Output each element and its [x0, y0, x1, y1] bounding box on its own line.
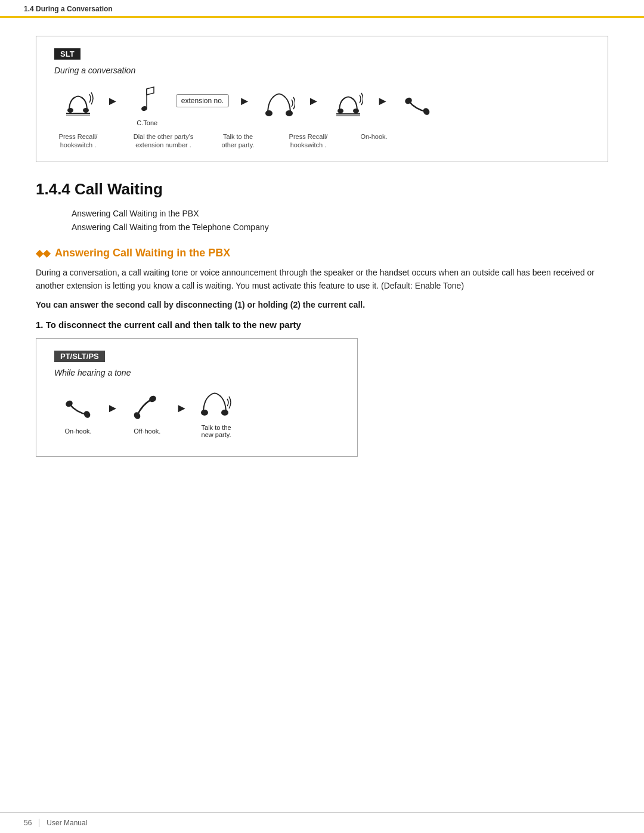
- talk-new-icon: [199, 388, 234, 422]
- footer-page-number: 56: [24, 819, 32, 827]
- offhook-pt-icon: [134, 392, 161, 425]
- header-bar: 1.4 During a Conversation: [0, 0, 644, 18]
- slt-tag: SLT: [54, 48, 80, 60]
- svg-point-2: [67, 108, 73, 113]
- step-press-recall-2: [324, 89, 372, 123]
- caption-dial-ext: Dial the other party'sextension number .: [125, 132, 202, 150]
- svg-point-15: [83, 410, 92, 419]
- svg-point-6: [265, 110, 273, 116]
- slt-subheading: During a conversation: [54, 66, 590, 75]
- step-onhook: [394, 89, 441, 123]
- main-content: SLT During a conversation: [0, 18, 644, 498]
- caption-onhook: On-hook.: [350, 132, 398, 141]
- arrow-3: ►: [308, 94, 320, 108]
- arrow-2: ►: [239, 94, 250, 108]
- arrow-1: ►: [107, 94, 119, 108]
- header-section-label: 1.4 During a Conversation: [24, 5, 620, 16]
- caption-press-recall: Press Recall/hookswitch .: [54, 132, 102, 150]
- pt-slt-ps-tag: PT/SLT/PS: [54, 351, 105, 362]
- subsection-pbx-title: Answering Call Waiting in the PBX: [55, 247, 230, 259]
- toc-list: Answering Call Waiting in the PBX Answer…: [72, 207, 608, 236]
- pt-slt-ps-diagram-box: PT/SLT/PS While hearing a tone On-hook. …: [36, 338, 358, 457]
- svg-point-13: [422, 107, 431, 116]
- onhook-pt-icon: [64, 392, 92, 425]
- step-talk-other: [255, 89, 303, 123]
- press-recall-2-icon: [333, 89, 363, 122]
- footer-separator: [39, 819, 39, 827]
- svg-point-17: [148, 395, 157, 404]
- toc-item-1: Answering Call Waiting in the PBX: [72, 207, 608, 221]
- arrow-pt-1: ►: [107, 401, 119, 415]
- talk-new-label: Talk to thenew party.: [202, 424, 231, 438]
- numbered-heading-number: 1.: [36, 320, 44, 330]
- footer-manual-label: User Manual: [47, 819, 87, 827]
- offhook-pt-label: Off-hook.: [134, 428, 160, 435]
- pt-slt-ps-subheading: While hearing a tone: [54, 368, 339, 377]
- svg-point-10: [338, 109, 343, 113]
- svg-point-3: [83, 108, 89, 113]
- press-recall-icon: [63, 88, 93, 122]
- page-footer: 56 User Manual: [0, 812, 644, 833]
- extension-no-box: extension no.: [176, 94, 229, 107]
- onhook-pt-label: On-hook.: [64, 428, 91, 435]
- step-onhook-pt: On-hook.: [54, 392, 102, 435]
- caption-press-recall-2: Press Recall/hookswitch .: [284, 132, 332, 150]
- section-title: 1.4.4 Call Waiting: [36, 180, 608, 199]
- ctone-icon: [138, 86, 156, 117]
- talk-other-icon: [263, 89, 295, 122]
- subsection-pbx-heading: ◆◆ Answering Call Waiting in the PBX: [36, 247, 608, 259]
- numbered-heading-text: To disconnect the current call and then …: [46, 320, 301, 330]
- toc-item-2: Answering Call Waiting from the Telephon…: [72, 221, 608, 235]
- pt-steps-row: On-hook. ► Off-hook. ►: [54, 388, 339, 438]
- step-offhook-pt: Off-hook.: [123, 392, 171, 435]
- step-ctone: C.Tone: [123, 86, 171, 126]
- slt-diagram-box: SLT During a conversation: [36, 36, 608, 162]
- body-text-bold: You can answer the second call by discon…: [36, 299, 608, 312]
- slt-steps-row: ► C.Tone extension no. ►: [54, 86, 590, 126]
- onhook-icon: [404, 89, 431, 122]
- ctone-label: C.Tone: [137, 119, 157, 126]
- numbered-heading: 1. To disconnect the current call and th…: [36, 320, 608, 330]
- svg-point-16: [134, 411, 141, 420]
- arrow-pt-2: ►: [176, 401, 188, 415]
- arrow-4: ►: [377, 94, 389, 108]
- svg-point-11: [353, 109, 359, 113]
- svg-point-7: [286, 110, 293, 116]
- caption-talk-other: Talk to theother party.: [214, 132, 262, 150]
- slt-captions-row: Press Recall/hookswitch . Dial the other…: [54, 132, 590, 150]
- step-press-recall: [54, 88, 102, 123]
- svg-point-19: [221, 410, 228, 416]
- body-text-main: During a conversation, a call waiting to…: [36, 267, 608, 292]
- diamond-icon: ◆◆: [36, 247, 50, 259]
- step-talk-new: Talk to thenew party.: [193, 388, 240, 438]
- svg-point-18: [201, 410, 208, 416]
